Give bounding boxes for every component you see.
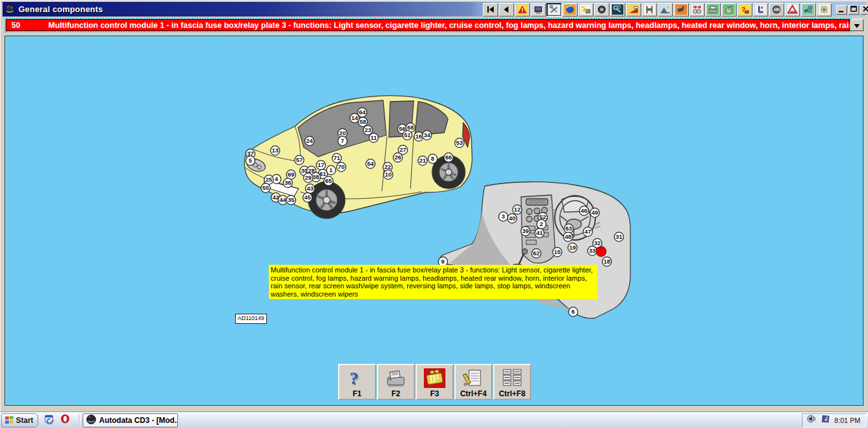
callout-car-21[interactable]: 21 xyxy=(418,156,428,166)
fkey-button-ctrl-f8[interactable]: Ctrl+F8 xyxy=(493,364,531,400)
svg-text:32: 32 xyxy=(594,239,601,246)
callout-car-16[interactable]: 16 xyxy=(414,132,424,142)
svg-text:4: 4 xyxy=(275,175,278,182)
maximize-button[interactable] xyxy=(848,5,859,15)
bodywork-icon[interactable] xyxy=(658,3,673,17)
back-icon[interactable] xyxy=(499,3,514,17)
svg-text:64: 64 xyxy=(359,109,366,116)
callout-car-58[interactable]: 58 xyxy=(358,117,368,127)
callout-dash-40[interactable]: 40 xyxy=(508,214,517,224)
light-switch-icon[interactable] xyxy=(817,3,832,17)
task-button-autodata[interactable]: Autodata CD3 - [Mod... xyxy=(83,413,178,427)
browser-icon[interactable] xyxy=(44,413,55,427)
svg-text:11: 11 xyxy=(370,134,377,141)
callout-car-10[interactable]: 10 xyxy=(384,170,393,180)
callout-dash-2[interactable]: 2 xyxy=(537,220,546,229)
callout-dash-47[interactable]: 47 xyxy=(583,227,593,237)
combo-dropdown-button[interactable] xyxy=(850,19,864,31)
callout-car-71[interactable]: 71 xyxy=(332,154,342,163)
fkey-button-ctrl-f4[interactable]: Ctrl+F4 xyxy=(454,364,492,400)
minimize-icon xyxy=(837,4,846,15)
mouse-icon[interactable] xyxy=(721,3,736,17)
callout-car-45[interactable]: 45 xyxy=(303,193,313,203)
fkey-button-f3[interactable]: F3 xyxy=(416,364,454,400)
callout-dash-31[interactable]: 31 xyxy=(614,232,624,242)
callout-dash-19[interactable]: 19 xyxy=(568,243,578,253)
callout-dash-6[interactable]: 6 xyxy=(569,307,578,317)
srs-triangle-icon[interactable]: SRS xyxy=(785,3,800,17)
fkey-label: Ctrl+F8 xyxy=(499,389,526,398)
keys-icon[interactable] xyxy=(610,3,625,17)
callout-dash-18[interactable]: 18 xyxy=(602,257,612,267)
start-button[interactable]: Start xyxy=(1,413,38,427)
callout-car-43[interactable]: 43 xyxy=(306,184,315,194)
wiring-component-icon[interactable] xyxy=(578,3,593,17)
spray-gun-icon[interactable] xyxy=(674,3,689,17)
callout-dash-12[interactable]: 12 xyxy=(513,205,522,215)
svg-text:19: 19 xyxy=(569,244,576,251)
callout-car-7[interactable]: 7 xyxy=(338,137,348,146)
callout-car-26[interactable]: 26 xyxy=(393,153,403,163)
parts-icon[interactable] xyxy=(801,3,816,17)
callout-dash-63[interactable]: 63 xyxy=(564,224,574,234)
component-select-combo[interactable]: 50 Multifunction control module 1 - in f… xyxy=(6,19,850,31)
svg-text:17: 17 xyxy=(318,161,325,168)
callout-dash-39[interactable]: 39 xyxy=(521,227,531,236)
svg-text:43: 43 xyxy=(307,185,314,192)
callout-dash-33[interactable]: 33 xyxy=(588,246,597,256)
callout-car-53[interactable]: 53 xyxy=(455,138,465,148)
warning-icon[interactable] xyxy=(515,3,530,17)
fkey-label: F3 xyxy=(430,389,439,398)
callout-car-13[interactable]: 13 xyxy=(271,146,280,156)
callout-car-57[interactable]: 57 xyxy=(295,156,304,165)
callout-car-36[interactable]: 36 xyxy=(283,178,293,188)
callout-car-54[interactable]: 54 xyxy=(366,159,376,169)
abs-wheel-icon[interactable]: ABS xyxy=(769,3,784,17)
taskbar-separator xyxy=(79,415,80,426)
autodata-globe-icon xyxy=(4,4,15,15)
callout-car-66[interactable]: 66 xyxy=(444,153,454,163)
callout-car-51[interactable]: 51 xyxy=(403,131,412,140)
callout-car-11[interactable]: 11 xyxy=(369,133,379,143)
seat-icon[interactable] xyxy=(753,3,768,17)
close-button[interactable] xyxy=(860,5,868,15)
callout-dash-15[interactable]: 15 xyxy=(553,248,562,257)
svg-text:29: 29 xyxy=(305,174,312,181)
minimize-button[interactable] xyxy=(836,5,847,15)
update-icon[interactable] xyxy=(821,414,831,426)
callout-car-29[interactable]: 29 xyxy=(304,173,313,183)
printer-unit-icon[interactable] xyxy=(705,3,721,17)
callout-dash-46[interactable]: 46 xyxy=(580,206,589,216)
callout-car-17[interactable]: 17 xyxy=(316,161,326,170)
opera-icon[interactable] xyxy=(60,413,71,427)
callout-car-65[interactable]: 65 xyxy=(324,177,334,186)
svg-text:25: 25 xyxy=(266,176,273,183)
callout-dash-49[interactable]: 49 xyxy=(590,208,600,218)
callout-car-24[interactable]: 24 xyxy=(305,137,315,146)
callout-car-35[interactable]: 35 xyxy=(287,196,296,205)
repair-tools-icon[interactable] xyxy=(546,3,562,17)
engine-globe-icon[interactable] xyxy=(562,3,578,17)
fkey-button-f1[interactable]: ?? F1 xyxy=(338,364,376,400)
volume-icon[interactable] xyxy=(807,414,817,426)
lift-icon[interactable] xyxy=(642,3,657,17)
task-button-label: Autodata CD3 - [Mod... xyxy=(99,416,178,425)
taskbar: Start Autodata CD3 - [Mod... xyxy=(0,411,868,428)
gauges-icon[interactable]: 23 xyxy=(689,3,705,17)
ramp-icon[interactable] xyxy=(626,3,641,17)
tyre-icon[interactable] xyxy=(594,3,609,17)
selected-component-highlight[interactable] xyxy=(596,246,606,257)
help-car-icon[interactable]: ? xyxy=(737,3,752,17)
callout-car-70[interactable]: 70 xyxy=(337,163,346,172)
callout-car-8[interactable]: 8 xyxy=(428,154,438,164)
callout-car-5[interactable]: 5 xyxy=(246,156,255,166)
callout-dash-3[interactable]: 3 xyxy=(499,212,508,222)
callout-car-34[interactable]: 34 xyxy=(423,131,432,140)
callout-dash-48[interactable]: 48 xyxy=(564,232,573,242)
diagnostic-screen-icon[interactable] xyxy=(531,3,546,17)
callout-dash-62[interactable]: 62 xyxy=(532,249,541,258)
first-page-icon[interactable] xyxy=(483,3,498,17)
callout-dash-41[interactable]: 41 xyxy=(535,229,545,238)
fkey-button-f2[interactable]: F2 xyxy=(377,364,415,400)
callout-car-55[interactable]: 55 xyxy=(261,184,271,193)
